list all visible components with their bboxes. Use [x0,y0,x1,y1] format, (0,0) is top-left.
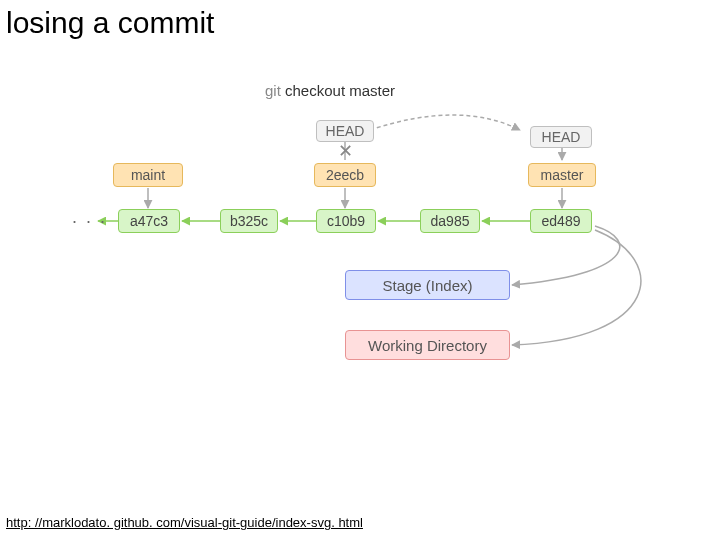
commit-b325c: b325c [220,209,278,233]
ellipsis: · · · [72,211,107,232]
cmd-args: checkout master [285,82,395,99]
head-new: HEAD [530,126,592,148]
stage-index: Stage (Index) [345,270,510,300]
branch-master: master [528,163,596,187]
branch-maint: maint [113,163,183,187]
branch-lost-commit: 2eecb [314,163,376,187]
commit-a47c3: a47c3 [118,209,180,233]
git-diagram: git checkout master HEAD ✕ HEAD maint 2e… [0,60,720,480]
commit-ed489: ed489 [530,209,592,233]
commit-da985: da985 [420,209,480,233]
commit-c10b9: c10b9 [316,209,376,233]
working-directory: Working Directory [345,330,510,360]
page-title: losing a commit [6,6,214,40]
cmd-git: git [265,82,281,99]
git-command: git checkout master [265,82,395,99]
head-old: HEAD [316,120,374,142]
source-link[interactable]: http: //marklodato. github. com/visual-g… [6,515,363,530]
head-old-x: ✕ [338,140,353,162]
